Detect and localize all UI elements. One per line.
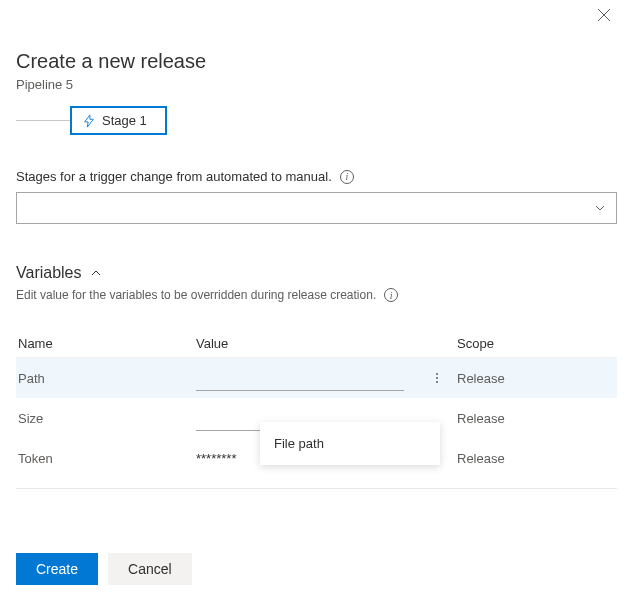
page-title: Create a new release	[16, 50, 617, 73]
variables-caption-row: Edit value for the variables to be overr…	[16, 288, 617, 302]
close-button[interactable]	[597, 8, 611, 25]
col-header-value: Value	[196, 336, 427, 351]
table-header: Name Value Scope	[16, 330, 617, 358]
table-row[interactable]: Path Release	[16, 358, 617, 398]
dialog-footer: Create Cancel	[0, 539, 633, 599]
var-name: Path	[16, 371, 196, 386]
col-header-scope: Scope	[457, 336, 617, 351]
info-icon[interactable]: i	[384, 288, 398, 302]
trigger-stages-dropdown[interactable]	[16, 192, 617, 224]
create-button[interactable]: Create	[16, 553, 98, 585]
var-value-input[interactable]	[196, 365, 404, 391]
tooltip-popover: File path	[260, 422, 440, 465]
stage-connector	[16, 120, 70, 121]
trigger-section-label: Stages for a trigger change from automat…	[16, 169, 332, 184]
chevron-down-icon	[594, 202, 606, 214]
var-scope: Release	[457, 451, 617, 466]
cancel-button[interactable]: Cancel	[108, 553, 192, 585]
table-divider	[16, 488, 617, 489]
variables-table: Name Value Scope Path Release Size Relea…	[16, 330, 617, 489]
lightning-icon	[82, 114, 96, 128]
var-scope: Release	[457, 371, 617, 386]
trigger-section-label-row: Stages for a trigger change from automat…	[16, 169, 617, 184]
pipeline-name: Pipeline 5	[16, 77, 617, 92]
info-icon[interactable]: i	[340, 170, 354, 184]
stage-visual: Stage 1	[16, 106, 617, 135]
var-scope: Release	[457, 411, 617, 426]
chevron-up-icon	[90, 267, 102, 279]
stage-chip[interactable]: Stage 1	[70, 106, 167, 135]
row-more-button[interactable]	[427, 368, 447, 388]
variables-caption: Edit value for the variables to be overr…	[16, 288, 376, 302]
variables-section-toggle[interactable]: Variables	[16, 264, 617, 282]
var-name: Size	[16, 411, 196, 426]
stage-label: Stage 1	[102, 113, 147, 128]
tooltip-text: File path	[274, 436, 324, 451]
col-header-actions	[427, 336, 457, 351]
close-icon	[597, 8, 611, 22]
variables-title: Variables	[16, 264, 82, 282]
var-name: Token	[16, 451, 196, 466]
col-header-name: Name	[16, 336, 196, 351]
